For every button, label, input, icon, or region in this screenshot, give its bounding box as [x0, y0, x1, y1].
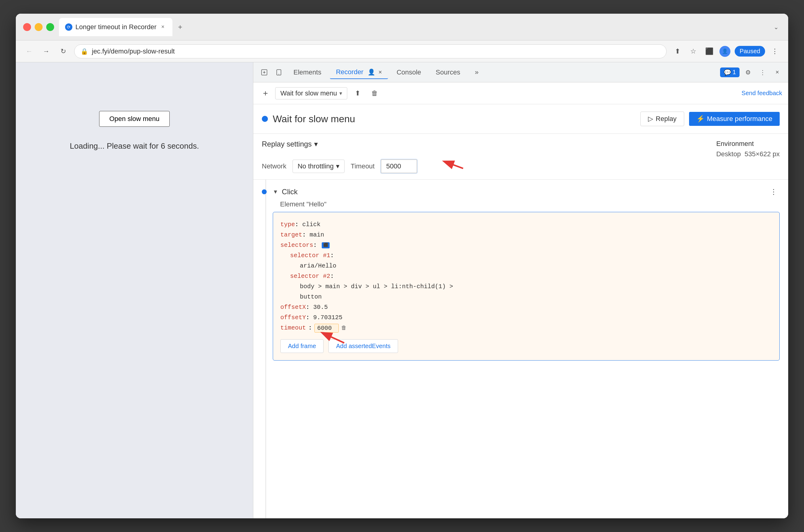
network-label: Network: [262, 162, 286, 170]
open-slow-menu-button[interactable]: Open slow menu: [99, 111, 169, 127]
title-bar: ⟳ Longer timeout in Recorder × + ⌄: [16, 14, 788, 40]
replay-button[interactable]: ▷ Replay: [640, 112, 684, 126]
tab-close-button[interactable]: ×: [160, 24, 166, 31]
replay-settings-row: Network No throttling ▾ Timeout: [262, 159, 417, 173]
forward-button[interactable]: →: [40, 45, 52, 57]
step-content: ▼ Click ⋮ Element "Hello" type: click ta…: [273, 186, 780, 361]
timeout-input[interactable]: [381, 159, 417, 173]
devtools-close-icon[interactable]: ×: [771, 66, 783, 78]
window-control-button[interactable]: ⌄: [771, 22, 781, 32]
code-selector2-val: body > main > div > ul > li:nth-child(1)…: [300, 283, 453, 290]
device-toggle-icon[interactable]: [273, 66, 285, 78]
url-text: jec.fyi/demo/pup-slow-result: [92, 48, 175, 55]
step-header: ▼ Click ⋮: [273, 186, 780, 198]
replay-label: Replay: [656, 115, 676, 123]
browser-toolbar-icons: ⬆ ☆ ⬛ 👤 Paused ⋮: [671, 45, 781, 57]
step-description: Element "Hello": [273, 200, 780, 208]
page-content: Open slow menu Loading... Please wait fo…: [16, 62, 253, 518]
settings-left: Replay settings ▾ Network No throttling …: [262, 140, 417, 173]
address-bar: ← → ↻ 🔒 jec.fyi/demo/pup-slow-result ⬆ ☆…: [16, 40, 788, 62]
recording-name: Wait for slow menu: [280, 89, 337, 97]
replay-settings-title: Replay settings: [262, 140, 312, 148]
paused-label: Paused: [740, 48, 760, 55]
recording-status-dot: [262, 116, 268, 122]
replay-settings-chevron-icon: ▾: [314, 140, 318, 148]
chat-count: 1: [732, 69, 736, 76]
measure-icon: ⚡: [696, 115, 705, 123]
devtools-more-icon[interactable]: ⋮: [756, 66, 769, 78]
profile-icon[interactable]: 👤: [719, 45, 731, 57]
code-selector2-key: selector #2: [290, 273, 330, 280]
environment-section: Environment Desktop 535×622 px: [716, 140, 780, 158]
recording-chevron-icon: ▾: [339, 90, 342, 97]
code-offsetX-val: 30.5: [313, 304, 328, 311]
recorder-main: Wait for slow menu ▷ Replay ⚡ Measure pe…: [253, 104, 788, 518]
code-selector2-cont: button: [300, 293, 322, 300]
window-controls: ⌄: [771, 22, 781, 32]
measure-label: Measure performance: [707, 115, 772, 123]
new-tab-button[interactable]: +: [175, 22, 186, 33]
avatar: 👤: [719, 46, 730, 57]
recorder-toolbar: + Wait for slow menu ▾ ⬆ 🗑 Send feedback: [253, 82, 788, 104]
back-button[interactable]: ←: [23, 45, 35, 57]
devtools-settings-icon[interactable]: ⚙: [742, 66, 754, 78]
add-recording-button[interactable]: +: [259, 87, 272, 99]
replay-settings-header: Replay settings ▾: [262, 140, 417, 148]
more-tabs-button[interactable]: »: [469, 66, 485, 79]
maximize-traffic-light[interactable]: [46, 23, 54, 31]
settings-full-row: Replay settings ▾ Network No throttling …: [253, 134, 788, 180]
code-actions: Add frame Add assertedEvents: [280, 339, 772, 353]
inspect-element-icon[interactable]: [258, 66, 270, 78]
close-traffic-light[interactable]: [23, 23, 31, 31]
loading-text: Loading... Please wait for 6 seconds.: [70, 141, 199, 151]
code-selector1-key: selector #1: [290, 252, 330, 259]
traffic-lights: [23, 23, 54, 31]
measure-performance-button[interactable]: ⚡ Measure performance: [689, 112, 780, 126]
recording-selector[interactable]: Wait for slow menu ▾: [275, 87, 347, 99]
step-more-options-button[interactable]: ⋮: [767, 186, 780, 198]
reload-button[interactable]: ↻: [57, 45, 69, 57]
tab-console[interactable]: Console: [390, 66, 427, 79]
code-selector-icon: ⬛: [322, 242, 330, 248]
red-arrow-timeout: [439, 156, 466, 172]
code-selector1-val: aria/Hello: [300, 262, 336, 269]
network-throttling-select[interactable]: No throttling ▾: [293, 159, 345, 173]
lock-icon: 🔒: [80, 48, 88, 55]
export-recording-button[interactable]: ⬆: [351, 87, 364, 100]
code-type-val: click: [302, 221, 320, 228]
tab-sources[interactable]: Sources: [430, 66, 466, 79]
tab-recorder[interactable]: Recorder 👤 ×: [330, 66, 388, 79]
more-options-icon[interactable]: ⋮: [769, 45, 781, 57]
steps-area: ▼ Click ⋮ Element "Hello" type: click ta…: [253, 180, 788, 518]
add-asserted-events-button[interactable]: Add assertedEvents: [329, 339, 398, 353]
delete-recording-button[interactable]: 🗑: [368, 87, 381, 100]
minimize-traffic-light[interactable]: [35, 23, 42, 31]
step-chevron-icon: ▼: [273, 189, 278, 195]
recording-title: Wait for slow menu: [273, 113, 355, 125]
replay-icon: ▷: [648, 115, 653, 123]
browser-tab[interactable]: ⟳ Longer timeout in Recorder ×: [59, 18, 172, 36]
recording-header: Wait for slow menu ▷ Replay ⚡ Measure pe…: [253, 104, 788, 134]
svg-point-2: [279, 74, 279, 75]
code-offsetX-key: offsetX: [280, 304, 306, 311]
add-frame-button[interactable]: Add frame: [280, 339, 323, 353]
environment-title: Environment: [716, 140, 780, 148]
code-offsetY-key: offsetY: [280, 314, 306, 321]
send-feedback-link[interactable]: Send feedback: [742, 90, 782, 97]
code-offsetY-val: 9.703125: [313, 314, 342, 321]
tab-favicon: ⟳: [65, 23, 72, 31]
paused-badge[interactable]: Paused: [735, 46, 765, 57]
url-bar[interactable]: 🔒 jec.fyi/demo/pup-slow-result: [74, 44, 667, 58]
tab-elements[interactable]: Elements: [287, 66, 328, 79]
chat-icon: 💬: [724, 69, 731, 76]
bookmark-icon[interactable]: ☆: [687, 45, 699, 57]
code-timeout-key: timeout: [280, 323, 306, 333]
tab-bar: ⟳ Longer timeout in Recorder × +: [59, 18, 766, 36]
timeout-delete-icon[interactable]: 🗑: [341, 323, 347, 333]
recording-actions: ▷ Replay ⚡ Measure performance: [640, 112, 780, 126]
share-icon[interactable]: ⬆: [671, 45, 684, 57]
network-throttling-value: No throttling: [298, 162, 334, 170]
code-timeout-input[interactable]: [314, 324, 339, 332]
extensions-icon[interactable]: ⬛: [703, 45, 715, 57]
chat-badge[interactable]: 💬 1: [720, 68, 740, 77]
